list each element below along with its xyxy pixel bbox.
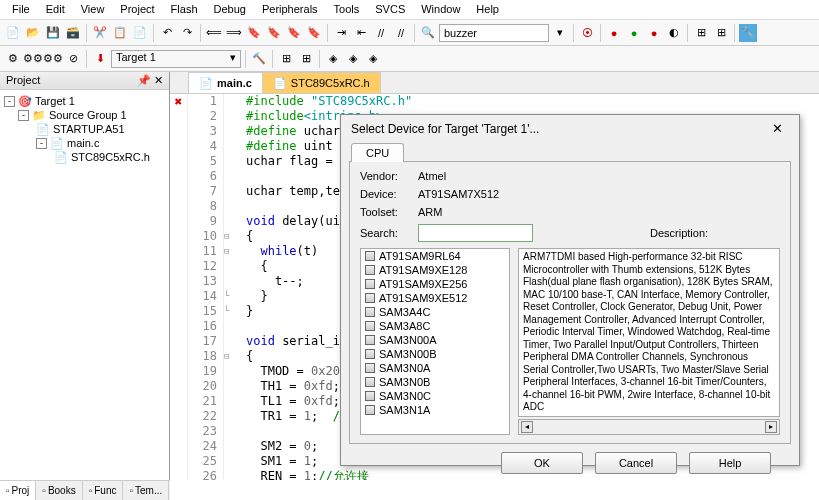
bookmark-icon[interactable]: 🔖	[245, 24, 263, 42]
menu-peripherals[interactable]: Peripherals	[254, 2, 326, 17]
project-tree[interactable]: -🎯Target 1 -📁Source Group 1 📄STARTUP.A51…	[0, 90, 169, 480]
device-item[interactable]: SAM3N0B	[361, 375, 509, 389]
menu-svcs[interactable]: SVCS	[367, 2, 413, 17]
copy-icon[interactable]: 📋	[111, 24, 129, 42]
find-folder-icon[interactable]: 🔍	[419, 24, 437, 42]
device-item[interactable]: SAM3A8C	[361, 319, 509, 333]
menu-tools[interactable]: Tools	[326, 2, 368, 17]
build-all-icon[interactable]: ⚙⚙	[44, 50, 62, 68]
uncomment-icon[interactable]: //	[392, 24, 410, 42]
device-chip-icon	[365, 265, 375, 275]
open-file-icon[interactable]: 📂	[24, 24, 42, 42]
save-icon[interactable]: 💾	[44, 24, 62, 42]
proj-tab-proj[interactable]: ▫Proj	[0, 481, 36, 500]
file-tab[interactable]: 📄STC89C5xRC.h	[262, 72, 381, 93]
paste-icon[interactable]: 📄	[131, 24, 149, 42]
device-item[interactable]: SAM3A4C	[361, 305, 509, 319]
desc-scrollbar[interactable]: ◂▸	[518, 419, 780, 435]
file-node[interactable]: main.c	[67, 137, 99, 149]
target-icon: 🎯	[18, 95, 32, 107]
scroll-left-icon[interactable]: ◂	[521, 421, 533, 433]
comment-icon[interactable]: //	[372, 24, 390, 42]
group-node[interactable]: Source Group 1	[49, 109, 127, 121]
description-box[interactable]: ARM7TDMI based High-performance 32-bit R…	[518, 248, 780, 417]
bookmark2-icon[interactable]: 🔖	[265, 24, 283, 42]
device-item[interactable]: AT91SAM9XE512	[361, 291, 509, 305]
download-icon[interactable]: ⬇	[91, 50, 109, 68]
device-item[interactable]: SAM3N00A	[361, 333, 509, 347]
debug-icon[interactable]: ⦿	[578, 24, 596, 42]
next-icon[interactable]: ⟹	[225, 24, 243, 42]
window2-icon[interactable]: ⊞	[712, 24, 730, 42]
redo-icon[interactable]: ↷	[178, 24, 196, 42]
device-chip-icon	[365, 251, 375, 261]
build-icon[interactable]: ⚙	[4, 50, 22, 68]
device-label: Device:	[360, 188, 410, 200]
t4-icon[interactable]: ◈	[344, 50, 362, 68]
menu-window[interactable]: Window	[413, 2, 468, 17]
stop-build-icon[interactable]: ⊘	[64, 50, 82, 68]
menu-flash[interactable]: Flash	[163, 2, 206, 17]
step2-icon[interactable]: ◐	[665, 24, 683, 42]
target-select[interactable]: Target 1 ▾	[111, 50, 241, 68]
find-dropdown-icon[interactable]: ▾	[551, 24, 569, 42]
pin-icon[interactable]: 📌	[137, 74, 151, 86]
file-node[interactable]: STC89C5xRC.h	[71, 151, 150, 163]
outdent-icon[interactable]: ⇤	[352, 24, 370, 42]
panel-close-icon[interactable]: ✕	[154, 74, 163, 86]
cut-icon[interactable]: ✂️	[91, 24, 109, 42]
menu-help[interactable]: Help	[468, 2, 507, 17]
rebuild-icon[interactable]: ⚙⚙	[24, 50, 42, 68]
save-all-icon[interactable]: 🗃️	[64, 24, 82, 42]
file-node[interactable]: STARTUP.A51	[53, 123, 125, 135]
cancel-button[interactable]: Cancel	[595, 452, 677, 474]
new-file-icon[interactable]: 📄	[4, 24, 22, 42]
bookmark3-icon[interactable]: 🔖	[285, 24, 303, 42]
tab-cpu[interactable]: CPU	[351, 143, 404, 162]
menu-view[interactable]: View	[73, 2, 113, 17]
device-item[interactable]: SAM3N0A	[361, 361, 509, 375]
run-icon[interactable]: ●	[625, 24, 643, 42]
device-chip-icon	[365, 279, 375, 289]
undo-icon[interactable]: ↶	[158, 24, 176, 42]
bookmark4-icon[interactable]: 🔖	[305, 24, 323, 42]
file-tab[interactable]: 📄main.c	[188, 72, 263, 93]
t2-icon[interactable]: ⊞	[297, 50, 315, 68]
search-input[interactable]	[418, 224, 533, 242]
proj-tab-books[interactable]: ▫Books	[36, 481, 82, 500]
device-item[interactable]: AT91SAM9XE128	[361, 263, 509, 277]
t3-icon[interactable]: ◈	[324, 50, 342, 68]
indent-icon[interactable]: ⇥	[332, 24, 350, 42]
find-input[interactable]	[439, 24, 549, 42]
device-item[interactable]: AT91SAM9XE256	[361, 277, 509, 291]
device-list[interactable]: AT91SAM9RL64AT91SAM9XE128AT91SAM9XE256AT…	[360, 248, 510, 435]
prev-icon[interactable]: ⟸	[205, 24, 223, 42]
dialog-close-icon[interactable]: ✕	[765, 121, 789, 136]
stop-icon[interactable]: ●	[605, 24, 623, 42]
menu-file[interactable]: File	[4, 2, 38, 17]
menu-debug[interactable]: Debug	[206, 2, 254, 17]
proj-tab-tem...[interactable]: ▫Tem...	[123, 481, 169, 500]
tree-expand-icon[interactable]: -	[36, 138, 47, 149]
device-item[interactable]: SAM3N1A	[361, 403, 509, 417]
window-icon[interactable]: ⊞	[692, 24, 710, 42]
device-item[interactable]: SAM3N0C	[361, 389, 509, 403]
file-icon: 📄	[199, 77, 213, 90]
step-icon[interactable]: ●	[645, 24, 663, 42]
t1-icon[interactable]: ⊞	[277, 50, 295, 68]
ok-button[interactable]: OK	[501, 452, 583, 474]
options-icon[interactable]: 🔨	[250, 50, 268, 68]
error-mark-icon[interactable]: ✖	[175, 94, 183, 109]
tree-expand-icon[interactable]: -	[18, 110, 29, 121]
proj-tab-func[interactable]: ▫Func	[83, 481, 124, 500]
tree-expand-icon[interactable]: -	[4, 96, 15, 107]
scroll-right-icon[interactable]: ▸	[765, 421, 777, 433]
menu-edit[interactable]: Edit	[38, 2, 73, 17]
menu-project[interactable]: Project	[112, 2, 162, 17]
config-icon[interactable]: 🔧	[739, 24, 757, 42]
help-button[interactable]: Help	[689, 452, 771, 474]
target-node[interactable]: Target 1	[35, 95, 75, 107]
device-item[interactable]: AT91SAM9RL64	[361, 249, 509, 263]
t5-icon[interactable]: ◈	[364, 50, 382, 68]
device-item[interactable]: SAM3N00B	[361, 347, 509, 361]
